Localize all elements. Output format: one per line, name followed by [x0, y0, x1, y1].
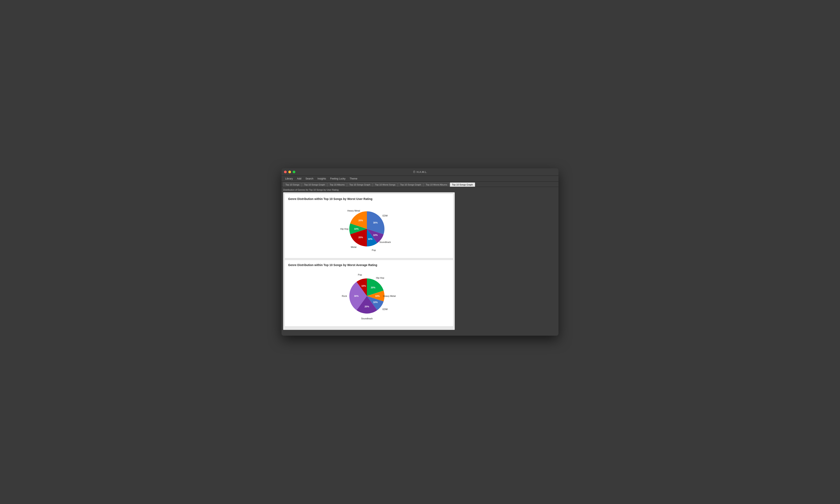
- svg-text:30%: 30%: [373, 221, 378, 224]
- titlebar: 🗒 H.A.M.L.: [281, 168, 559, 176]
- tab-top10songs-graph4[interactable]: Top 10 Songs Graph: [450, 182, 475, 187]
- content-label: Distribution of Genres for Top 10 Songs …: [283, 188, 557, 191]
- svg-text:30%: 30%: [354, 295, 358, 297]
- svg-text:10%: 10%: [373, 301, 378, 303]
- svg-text:Heavy Metal: Heavy Metal: [347, 210, 360, 212]
- tab-top10songs[interactable]: Top 10 Songs: [283, 182, 301, 187]
- svg-text:Heavy Metal: Heavy Metal: [383, 295, 396, 297]
- svg-text:EDM: EDM: [383, 308, 388, 310]
- svg-text:Rock: Rock: [342, 295, 347, 297]
- tab-top10worst-albums[interactable]: Top 10 Worst Albums: [423, 182, 450, 187]
- menu-search[interactable]: Search: [303, 177, 315, 181]
- chart2-title: Genre Distribution within Top 10 Songs b…: [288, 263, 450, 267]
- maximize-button[interactable]: [293, 170, 295, 173]
- svg-text:10%: 10%: [361, 285, 366, 287]
- chart2-pie-wrapper: 20%Hip Hop10%Heavy Metal10%EDM20%Soundtr…: [288, 269, 450, 323]
- content-area: Distribution of Genres for Top 10 Songs …: [281, 187, 559, 336]
- svg-text:EDM: EDM: [383, 214, 388, 217]
- main-window: 🗒 H.A.M.L. Library Add Search Insights F…: [281, 168, 559, 336]
- svg-text:Hip Hop: Hip Hop: [340, 228, 349, 230]
- chart1-pie-wrapper: 30%EDM10%Soundtrack10%Pop20%Metal10%Hip …: [288, 203, 450, 255]
- menubar: Library Add Search Insights Feeling Luck…: [281, 176, 559, 182]
- minimize-button[interactable]: [288, 170, 291, 173]
- chart1-svg: 30%EDM10%Soundtrack10%Pop20%Metal10%Hip …: [326, 205, 412, 253]
- traffic-lights: [284, 170, 295, 173]
- chart-card-2: Genre Distribution within Top 10 Songs b…: [285, 260, 453, 326]
- charts-container: Genre Distribution within Top 10 Songs b…: [283, 192, 455, 330]
- svg-text:10%: 10%: [354, 228, 358, 230]
- chart2-svg: 20%Hip Hop10%Heavy Metal10%EDM20%Soundtr…: [326, 271, 412, 321]
- document-icon: 🗒: [413, 170, 416, 174]
- svg-text:Metal: Metal: [351, 246, 356, 248]
- svg-text:Pop: Pop: [358, 273, 362, 276]
- tab-top10songs-graph2[interactable]: Top 10 Songs Graph: [347, 182, 372, 187]
- menu-insights[interactable]: Insights: [315, 177, 328, 181]
- svg-text:10%: 10%: [375, 295, 380, 297]
- close-button[interactable]: [284, 170, 287, 173]
- svg-text:Hip Hop: Hip Hop: [376, 276, 384, 279]
- svg-text:20%: 20%: [371, 286, 375, 289]
- svg-text:20%: 20%: [358, 219, 363, 222]
- tab-top10albums[interactable]: Top 10 Albums: [327, 182, 347, 187]
- window-title: 🗒 H.A.M.L.: [413, 170, 427, 174]
- svg-text:Soundtrack: Soundtrack: [361, 317, 373, 320]
- tabs-bar: Top 10 Songs Top 10 Songs Graph Top 10 A…: [281, 182, 559, 187]
- tab-top10songs-graph1[interactable]: Top 10 Songs Graph: [302, 182, 327, 187]
- chart-card-1: Genre Distribution within Top 10 Songs b…: [285, 194, 453, 258]
- svg-text:10%: 10%: [368, 238, 372, 240]
- svg-text:Soundtrack: Soundtrack: [379, 241, 391, 243]
- menu-feeling-lucky[interactable]: Feeling Lucky: [328, 177, 347, 181]
- svg-text:20%: 20%: [365, 305, 369, 308]
- menu-library[interactable]: Library: [283, 177, 295, 181]
- tab-top10songs-graph3[interactable]: Top 10 Songs Graph: [398, 182, 423, 187]
- svg-text:Pop: Pop: [372, 249, 376, 251]
- svg-text:20%: 20%: [358, 236, 363, 238]
- tab-top10worst-songs[interactable]: Top 10 Worst Songs: [373, 182, 398, 187]
- chart1-title: Genre Distribution within Top 10 Songs b…: [288, 197, 450, 201]
- menu-add[interactable]: Add: [295, 177, 303, 181]
- svg-text:10%: 10%: [373, 234, 378, 236]
- menu-theme[interactable]: Theme: [347, 177, 359, 181]
